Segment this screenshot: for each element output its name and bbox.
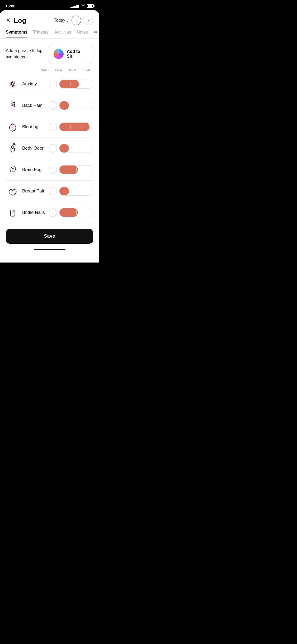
header-left: ✕ Log	[6, 16, 26, 25]
svg-point-16	[9, 210, 16, 217]
status-bar: 15:00 ▂▄▆	[0, 0, 99, 10]
symptom-row-breast-pain: Breast Pain	[6, 181, 93, 202]
tab-triggers[interactable]: Triggers	[33, 30, 49, 38]
brain-fog-label: Brain Fog	[22, 167, 46, 172]
bloating-divider	[70, 125, 71, 129]
save-bar: Save	[0, 223, 99, 246]
brittle-nails-slider[interactable]	[59, 208, 93, 217]
brittle-nails-label: Brittle Nails	[22, 210, 46, 215]
symptom-row-brittle-nails: Brittle Nails	[6, 202, 93, 223]
page-title: Log	[14, 16, 26, 25]
brittle-nails-slider-fill	[59, 208, 78, 217]
siri-prompt-text: Add a phrase to log symptoms.	[6, 48, 48, 60]
wifi-icon	[81, 4, 85, 8]
brain-fog-divider	[76, 168, 77, 172]
symptom-row-anxiety: Anxiety	[6, 73, 93, 95]
brain-fog-slider-area	[49, 165, 93, 174]
home-bar	[34, 249, 65, 250]
body-odor-slider[interactable]	[59, 144, 93, 153]
bloating-slider-area	[49, 122, 93, 131]
status-icons: ▂▄▆	[70, 4, 94, 8]
back-pain-slider-area	[49, 101, 93, 110]
breast-pain-icon	[6, 184, 20, 198]
symptom-row-back-pain: Back Pain	[6, 95, 93, 116]
chevron-down-icon: ∨	[66, 19, 69, 22]
levels-header: NONE LOW MED HIGH	[0, 68, 99, 73]
anxiety-divider	[82, 82, 82, 86]
back-pain-none-button[interactable]	[49, 101, 57, 110]
breast-pain-label: Breast Pain	[22, 188, 46, 194]
today-selector[interactable]: Today ∨	[54, 18, 69, 23]
brittle-nails-none-button[interactable]	[49, 208, 57, 217]
add-to-siri-button[interactable]: Add to Siri	[48, 45, 93, 63]
prev-day-button[interactable]: ‹	[72, 16, 81, 25]
breast-pain-slider-fill	[59, 187, 69, 195]
brain-fog-icon	[6, 163, 20, 177]
symptom-row-body-odor: Body Odor	[6, 138, 93, 159]
symptom-list: Anxiety Back Pain Bloating	[0, 73, 99, 223]
bloating-icon	[6, 120, 20, 134]
edit-icon[interactable]: ✏	[94, 29, 98, 38]
tab-notes[interactable]: Notes	[77, 30, 88, 38]
close-button[interactable]: ✕	[6, 17, 11, 23]
anxiety-slider-area	[49, 80, 93, 89]
siri-section: Add a phrase to log symptoms. Add to Sir…	[0, 39, 99, 68]
home-indicator	[0, 246, 99, 252]
breast-pain-slider[interactable]	[59, 187, 93, 196]
anxiety-label: Anxiety	[22, 81, 46, 87]
body-odor-icon	[6, 141, 20, 155]
body-odor-none-button[interactable]	[49, 144, 57, 153]
bloating-none-button[interactable]	[49, 123, 57, 131]
symptom-row-brain-fog: Brain Fog	[6, 159, 93, 181]
breast-pain-slider-area	[49, 187, 93, 196]
brittle-nails-icon	[6, 206, 20, 219]
brain-fog-slider-fill	[59, 165, 78, 174]
body-odor-slider-area	[49, 144, 93, 153]
back-pain-slider-fill	[59, 101, 69, 110]
anxiety-icon	[6, 77, 20, 91]
brain-fog-none-button[interactable]	[49, 165, 57, 174]
brittle-nails-divider	[76, 210, 77, 215]
breast-pain-none-button[interactable]	[49, 187, 57, 195]
level-none: NONE	[38, 68, 52, 71]
level-med: MED	[66, 68, 79, 71]
next-day-button[interactable]: ›	[84, 16, 93, 25]
back-pain-label: Back Pain	[22, 103, 46, 108]
anxiety-slider[interactable]	[59, 80, 93, 89]
back-pain-icon	[6, 99, 20, 112]
app-container: ✕ Log Today ∨ ‹ › Symptoms Triggers Acti…	[0, 10, 99, 263]
bloating-label: Bloating	[22, 124, 46, 130]
header: ✕ Log Today ∨ ‹ ›	[0, 10, 99, 29]
bloating-slider[interactable]	[59, 122, 93, 131]
bloating-slider-fill	[59, 123, 89, 131]
header-right: Today ∨ ‹ ›	[54, 16, 93, 25]
save-button[interactable]: Save	[6, 229, 93, 244]
tab-symptoms[interactable]: Symptoms	[6, 30, 27, 38]
level-high: HIGH	[79, 68, 93, 71]
time-display: 15:00	[5, 4, 15, 8]
today-label: Today	[54, 18, 65, 23]
siri-button-label: Add to Siri	[67, 49, 88, 59]
brain-fog-slider[interactable]	[59, 165, 93, 174]
siri-orb-icon	[54, 49, 64, 59]
anxiety-divider	[70, 82, 71, 86]
back-pain-slider[interactable]	[59, 101, 93, 110]
level-low: LOW	[52, 68, 66, 71]
body-odor-label: Body Odor	[22, 146, 46, 151]
battery-icon	[87, 4, 94, 8]
brittle-nails-slider-area	[49, 208, 93, 217]
svg-point-7	[9, 124, 16, 131]
tab-activities[interactable]: Activities	[54, 30, 71, 38]
anxiety-slider-fill	[59, 80, 79, 88]
body-odor-slider-fill	[59, 144, 69, 153]
anxiety-none-button[interactable]	[49, 80, 57, 88]
signal-icon: ▂▄▆	[70, 4, 79, 8]
symptom-row-bloating: Bloating	[6, 116, 93, 138]
tab-bar: Symptoms Triggers Activities Notes ✏	[0, 29, 99, 39]
bloating-divider	[82, 125, 82, 129]
